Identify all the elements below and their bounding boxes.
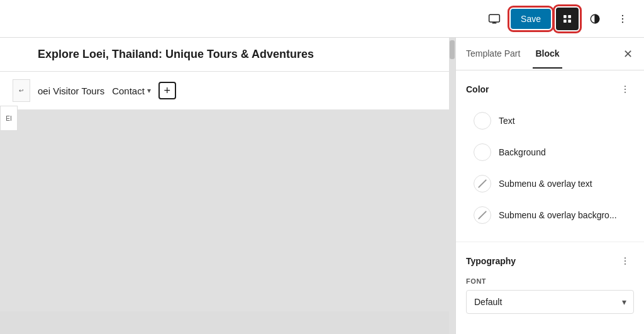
color-more-button[interactable] — [616, 81, 634, 98]
svg-point-13 — [625, 92, 626, 93]
canvas-scrollbar-thumb — [450, 40, 455, 59]
canvas-body — [0, 110, 455, 311]
canvas-header: EI Explore Loei, Thailand: Unique Tours … — [0, 38, 455, 72]
svg-point-8 — [622, 14, 623, 16]
color-option-submenu-text[interactable]: Submenu & overlay text — [466, 169, 634, 199]
color-section: Color Text Backgrou — [456, 70, 644, 242]
svg-point-9 — [622, 18, 623, 19]
text-color-swatch — [474, 112, 491, 130]
submenu-bg-swatch — [474, 206, 491, 224]
canvas-area: EI Explore Loei, Thailand: Unique Tours … — [0, 38, 455, 334]
color-section-header: Color — [466, 81, 634, 98]
blocks-panel-button[interactable] — [556, 8, 579, 30]
svg-point-15 — [625, 260, 626, 262]
svg-point-10 — [622, 21, 623, 23]
canvas-indicator: EI — [0, 106, 18, 131]
svg-point-11 — [625, 86, 626, 87]
background-color-label: Background — [499, 147, 546, 157]
color-option-text[interactable]: Text — [466, 106, 634, 136]
font-label: FONT — [466, 277, 634, 285]
canvas-title: Explore Loei, Thailand: Unique Tours & A… — [38, 48, 314, 61]
nav-chevron-icon: ▾ — [147, 86, 151, 95]
tab-block[interactable]: Block — [533, 40, 562, 69]
canvas-content: EI Explore Loei, Thailand: Unique Tours … — [0, 38, 455, 110]
svg-rect-6 — [568, 19, 571, 23]
nav-link[interactable]: Contact ▾ — [112, 86, 151, 96]
svg-point-16 — [625, 264, 626, 265]
font-select[interactable]: Default System Font Georgia Arial Helvet… — [466, 290, 634, 314]
submenu-bg-label: Submenu & overlay backgro... — [499, 210, 617, 220]
typography-more-button[interactable] — [616, 252, 634, 270]
background-color-swatch — [474, 143, 491, 161]
svg-rect-4 — [568, 15, 571, 18]
sidebar-content: Color Text Backgrou — [456, 70, 644, 334]
font-select-wrapper: Default System Font Georgia Arial Helvet… — [466, 290, 634, 314]
canvas-nav: ↩ oei Visitor Tours Contact ▾ + — [0, 72, 455, 110]
toolbar: Save — [0, 0, 644, 38]
color-section-title: Color — [466, 84, 489, 94]
sidebar-close-button[interactable]: ✕ — [619, 45, 636, 63]
typography-section-title: Typography — [466, 256, 516, 266]
main-layout: EI Explore Loei, Thailand: Unique Tours … — [0, 38, 644, 334]
right-sidebar: Template Part Block ✕ Color — [455, 38, 644, 334]
typography-section: Typography FONT Default System Font — [456, 242, 644, 324]
more-options-button[interactable] — [611, 8, 634, 30]
svg-point-12 — [625, 89, 626, 90]
color-option-background[interactable]: Background — [466, 137, 634, 167]
color-option-submenu-bg[interactable]: Submenu & overlay backgro... — [466, 200, 634, 230]
text-color-label: Text — [499, 116, 515, 126]
nav-indicator: ↩ — [13, 79, 30, 102]
canvas-scrollbar[interactable] — [449, 38, 455, 334]
nav-add-button[interactable]: + — [158, 82, 176, 99]
contrast-button[interactable] — [584, 8, 606, 30]
nav-brand: oei Visitor Tours — [38, 86, 104, 96]
submenu-text-label: Submenu & overlay text — [499, 179, 592, 189]
submenu-text-swatch — [474, 175, 491, 192]
device-preview-button[interactable] — [483, 8, 506, 30]
tab-template-part[interactable]: Template Part — [464, 40, 523, 69]
svg-rect-3 — [564, 15, 567, 18]
svg-rect-5 — [564, 19, 567, 23]
svg-point-14 — [625, 257, 626, 259]
save-button[interactable]: Save — [511, 9, 551, 29]
typography-section-header: Typography — [466, 252, 634, 270]
sidebar-tabs: Template Part Block ✕ — [456, 38, 644, 70]
svg-rect-0 — [489, 14, 500, 22]
